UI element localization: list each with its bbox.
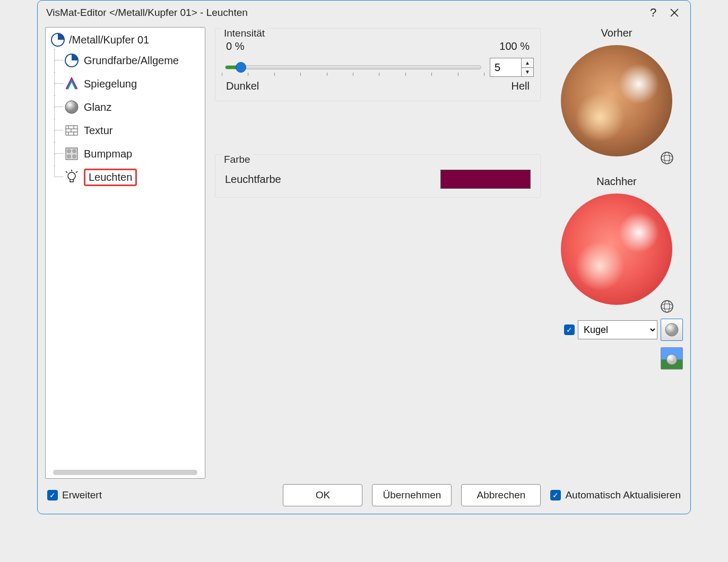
svg-point-6 (72, 149, 76, 153)
svg-point-8 (72, 154, 76, 159)
intensity-step-up[interactable]: ▲ (522, 58, 533, 68)
intensity-step-down[interactable]: ▼ (522, 68, 533, 77)
intensity-group: Intensität 0 % 100 % (215, 28, 541, 101)
intensity-group-label: Intensität (222, 28, 267, 39)
svg-point-19 (661, 301, 673, 312)
tree-item-emission[interactable]: Leuchten (64, 165, 205, 189)
advanced-toggle[interactable]: ✓ Erweitert (47, 489, 102, 501)
preview-environment-button[interactable] (661, 347, 683, 370)
tree-horizontal-scrollbar[interactable] (53, 470, 197, 475)
svg-point-18 (561, 194, 672, 305)
intensity-low-label: Dunkel (226, 80, 259, 92)
preview-shape-select[interactable]: Kugel (578, 320, 657, 339)
lightbulb-icon (64, 169, 80, 185)
auto-update-checkbox-icon: ✓ (550, 490, 561, 500)
svg-point-21 (664, 301, 670, 312)
tree-item-label: Spiegelung (84, 78, 137, 90)
svg-point-9 (68, 172, 75, 180)
preview-after-label: Nachher (596, 175, 637, 188)
environment-after-button[interactable] (659, 298, 675, 314)
tree-root[interactable]: /Metall/Kupfer 01 (48, 31, 205, 49)
cancel-button[interactable]: Abbrechen (461, 484, 541, 506)
intensity-high-label: Hell (512, 80, 530, 92)
help-button[interactable]: ? (643, 2, 664, 23)
gloss-icon (64, 99, 80, 115)
tree-item-textur[interactable]: Textur (64, 119, 205, 142)
footer: ✓ Erweitert OK Übernehmen Abbrechen ✓ Au… (38, 479, 690, 514)
emission-color-label: Leuchtfarbe (225, 173, 430, 186)
svg-point-23 (666, 354, 677, 365)
svg-point-2 (65, 101, 78, 113)
texture-icon (64, 122, 80, 138)
svg-point-20 (661, 304, 673, 309)
advanced-checkbox-icon: ✓ (47, 490, 58, 500)
apply-button[interactable]: Übernehmen (372, 484, 452, 506)
preview-after (558, 191, 675, 310)
preview-shape-sphere-button[interactable] (661, 319, 683, 341)
tree-item-gloss[interactable]: Glanz (64, 95, 205, 119)
tree-item-label: Bumpmap (84, 148, 132, 160)
intensity-min-label: 0 % (226, 40, 244, 52)
svg-point-12 (561, 45, 672, 156)
bumpmap-icon (64, 146, 80, 162)
reflection-icon (64, 76, 80, 92)
preview-before (558, 42, 675, 162)
shape-enabled-checkbox[interactable]: ✓ (564, 324, 575, 335)
tree-item-label: Grundfarbe/Allgeme (84, 55, 179, 67)
material-icon (50, 32, 66, 48)
advanced-label: Erweitert (62, 489, 102, 501)
svg-point-13 (661, 152, 673, 164)
environment-before-button[interactable] (659, 150, 675, 166)
window-title: VisMat-Editor </Metall/Kupfer 01> - Leuc… (46, 7, 248, 19)
svg-point-14 (661, 155, 673, 161)
titlebar: VisMat-Editor </Metall/Kupfer 01> - Leuc… (38, 1, 690, 25)
close-button[interactable] (664, 2, 685, 23)
dialog-window: VisMat-Editor </Metall/Kupfer 01> - Leuc… (37, 0, 691, 514)
tree-panel: /Metall/Kupfer 01 Grundfarbe/Allgeme Spi… (45, 27, 205, 479)
svg-point-5 (67, 149, 71, 153)
tree-item-label: Glanz (84, 101, 111, 113)
tree-item-label: Textur (84, 125, 112, 137)
tree-item-reflection[interactable]: Spiegelung (64, 72, 205, 95)
tree-item-basecolor[interactable]: Grundfarbe/Allgeme (64, 49, 205, 72)
basecolor-icon (64, 52, 80, 68)
svg-point-22 (665, 323, 678, 336)
properties-panel: Intensität 0 % 100 % (215, 27, 541, 479)
intensity-max-label: 100 % (499, 40, 530, 52)
auto-update-label: Automatisch Aktualisieren (565, 489, 681, 501)
tree-item-label: Leuchten (84, 169, 137, 186)
preview-before-label: Vorher (601, 27, 632, 39)
svg-point-7 (67, 154, 71, 159)
ok-button[interactable]: OK (283, 484, 362, 506)
color-group-label: Farbe (222, 154, 253, 165)
emission-color-swatch[interactable] (440, 170, 531, 189)
intensity-spinner[interactable]: ▲ ▼ (490, 58, 534, 77)
tree-root-label: /Metall/Kupfer 01 (69, 34, 149, 46)
tree-item-bumpmap[interactable]: Bumpmap (64, 142, 205, 165)
preview-panel: Vorher (550, 27, 683, 479)
color-group: Farbe Leuchtfarbe (215, 154, 541, 198)
intensity-value-input[interactable] (490, 58, 521, 76)
svg-point-15 (664, 152, 670, 164)
auto-update-toggle[interactable]: ✓ Automatisch Aktualisieren (550, 489, 681, 501)
intensity-slider[interactable] (222, 65, 484, 69)
svg-rect-3 (66, 126, 77, 135)
